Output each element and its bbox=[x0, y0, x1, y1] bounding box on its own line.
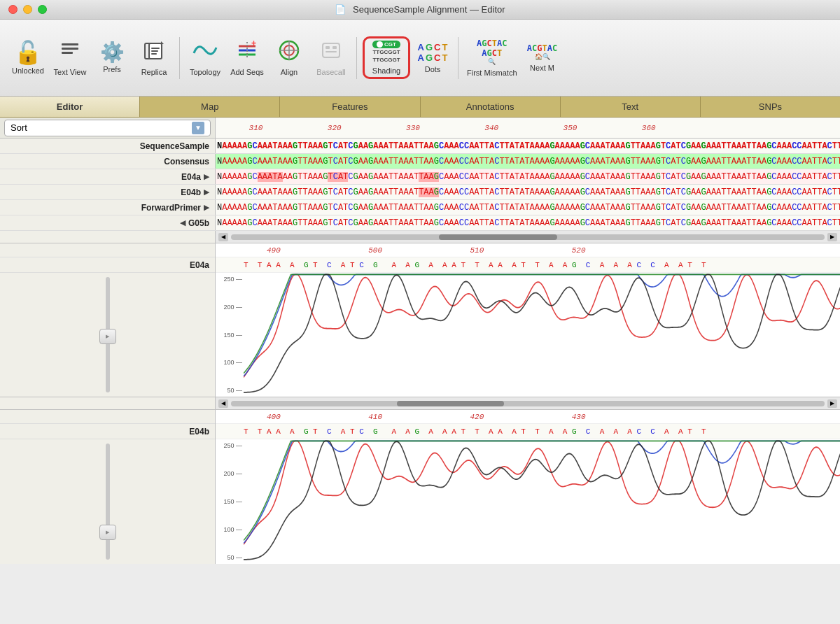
tab-map[interactable]: Map bbox=[140, 97, 280, 117]
e04b-row: E04b ▶ NAAAAAGCAAATAAAGTTAAAGTCATCGAAGAA… bbox=[0, 185, 840, 200]
vslider2-thumb[interactable]: ▶ bbox=[99, 525, 116, 540]
consensus-seq: NAAAAAGCAAATAAAGTTAAAGTCATCGAAGAAATTAAAT… bbox=[216, 154, 840, 169]
dots-button[interactable]: A G C T A G C T Dots bbox=[413, 38, 452, 78]
hscroll-track-1 bbox=[231, 234, 825, 240]
y-label-200-2: 200 — bbox=[216, 470, 242, 477]
sequence-sample-row: SequenceSample NAAAAAGCAAATAAAGTTAAAGTCA… bbox=[0, 139, 840, 154]
topology-icon bbox=[192, 39, 218, 65]
topology-button[interactable]: Topology bbox=[186, 35, 225, 80]
y-label-50-1: 50 — bbox=[216, 387, 242, 394]
tab-annotations[interactable]: Annotations bbox=[421, 97, 561, 117]
position-ruler-top: 310 320 330 340 350 360 bbox=[216, 124, 656, 132]
g05b-arrow-left-icon[interactable]: ◀ bbox=[180, 218, 186, 227]
e04b-label: E04b bbox=[181, 187, 201, 197]
vslider1-thumb[interactable]: ▶ bbox=[99, 329, 116, 344]
maximize-button[interactable] bbox=[38, 5, 47, 14]
tab-editor[interactable]: Editor bbox=[0, 97, 140, 117]
tab-features[interactable]: Features bbox=[280, 97, 420, 117]
wave1-nt-seq: T T A A A G T C A T C G A A G A A A T T … bbox=[244, 261, 706, 269]
unlock-icon: 🔓 bbox=[14, 41, 42, 64]
next-button[interactable]: ACGTAC 🏠🔍 Next M bbox=[523, 39, 562, 76]
e04b-arrow-icon[interactable]: ▶ bbox=[204, 187, 209, 197]
g05b-seq: NAAAAAGCAAATAAAGTTAAAGTCATCGAAGAAATTAAAT… bbox=[216, 215, 840, 230]
hscroll2-left-arrow[interactable]: ◀ bbox=[218, 399, 228, 408]
svg-rect-21 bbox=[326, 51, 337, 52]
align-icon bbox=[278, 39, 300, 65]
prefs-button[interactable]: ⚙️ Prefs bbox=[92, 38, 132, 78]
svg-rect-5 bbox=[151, 48, 160, 49]
hscroll-left-arrow[interactable]: ◀ bbox=[218, 233, 228, 241]
prefs-icon: ⚙️ bbox=[100, 43, 125, 62]
tabs-bar: Editor Map Features Annotations Text SNP… bbox=[0, 97, 840, 118]
add-seqs-button[interactable]: + Add Seqs bbox=[227, 35, 267, 80]
e04b-seq: NAAAAAGCAAATAAAGTTAAAGTCATCGAAGAAATTAAAT… bbox=[216, 185, 840, 199]
close-button[interactable] bbox=[8, 5, 18, 14]
svg-rect-0 bbox=[62, 43, 78, 45]
chromatogram2-svg bbox=[244, 439, 840, 564]
hscroll-thumb-2[interactable] bbox=[397, 401, 504, 406]
basecall-label: Basecall bbox=[316, 68, 346, 76]
wave2-nt-seq: T T A A A G T C A T C G A A G A A A T T … bbox=[244, 427, 706, 436]
first-mismatch-label: First Mismatch bbox=[467, 69, 517, 77]
svg-rect-20 bbox=[332, 46, 337, 49]
unlocked-button[interactable]: 🔓 Unlocked bbox=[8, 37, 48, 79]
basecall-button[interactable]: Basecall bbox=[312, 35, 351, 80]
consensus-row: Consensus NAAAAAGCAAATAAAGTTAAAGTCATCGAA… bbox=[0, 154, 840, 169]
wave1-label: E04a bbox=[190, 260, 209, 270]
hscroll-right-arrow[interactable]: ▶ bbox=[827, 233, 837, 241]
separator-3 bbox=[458, 37, 458, 79]
replica-button[interactable]: Replica bbox=[134, 36, 174, 80]
unlocked-label: Unlocked bbox=[12, 66, 44, 75]
y-label-150-1: 150 — bbox=[216, 332, 242, 339]
hscroll-track-2 bbox=[231, 401, 825, 406]
forward-primer-seq: NAAAAAGCAAATAAAGTTAAAGTCATCGAAGAAATTAAAT… bbox=[216, 200, 840, 215]
forward-primer-arrow-icon[interactable]: ▶ bbox=[204, 203, 209, 212]
hscroll-1[interactable]: ◀ ▶ bbox=[0, 231, 840, 243]
y-label-100-2: 100 — bbox=[216, 526, 242, 533]
e04a-label: E04a bbox=[181, 172, 201, 182]
tab-text[interactable]: Text bbox=[561, 97, 701, 117]
sequence-sample-seq: NAAAAAGCAAATAAAGTTAAAGTCATCGAAGAAATTAAAT… bbox=[216, 139, 840, 153]
svg-rect-7 bbox=[151, 53, 157, 55]
separator-2 bbox=[356, 37, 357, 79]
hscroll-thumb-1[interactable] bbox=[439, 234, 558, 240]
hscroll2-right-arrow[interactable]: ▶ bbox=[827, 399, 837, 408]
replica-label: Replica bbox=[141, 68, 167, 76]
align-button[interactable]: Align bbox=[270, 35, 309, 80]
forward-primer-row: ForwardPrimer ▶ NAAAAAGCAAATAAAGTTAAAGTC… bbox=[0, 200, 840, 215]
topology-label: Topology bbox=[190, 68, 220, 76]
tab-snps[interactable]: SNPs bbox=[701, 97, 840, 117]
sort-label: Sort bbox=[10, 122, 192, 133]
svg-rect-2 bbox=[62, 52, 73, 54]
consensus-label: Consensus bbox=[164, 157, 209, 166]
separator-1 bbox=[179, 37, 180, 79]
minimize-button[interactable] bbox=[23, 5, 32, 14]
first-mismatch-button[interactable]: AGCTAC AGCT 🔍 First Mismatch bbox=[464, 34, 520, 82]
next-icon: ACGTAC 🏠🔍 bbox=[527, 43, 557, 61]
wave-section-2: E04b ▶ 400 bbox=[0, 410, 840, 564]
main-content: Sort ▼ 310 320 330 340 350 360 bbox=[0, 118, 840, 624]
hscroll-2[interactable]: ◀ ▶ bbox=[0, 397, 840, 410]
next-label: Next M bbox=[530, 64, 554, 72]
svg-rect-19 bbox=[326, 46, 330, 49]
shading-icon: CGT TTGCGGT TTGCGGT bbox=[372, 41, 400, 64]
e04a-arrow-icon[interactable]: ▶ bbox=[204, 172, 209, 181]
sequence-sample-label: SequenceSample bbox=[140, 141, 209, 151]
text-view-button[interactable]: Text View bbox=[50, 36, 90, 80]
dots-label: Dots bbox=[425, 65, 441, 73]
add-seqs-label: Add Seqs bbox=[230, 68, 264, 76]
text-view-icon bbox=[59, 40, 81, 65]
title-bar: 📄 SequenceSample Alignment — Editor bbox=[0, 0, 840, 20]
basecall-icon bbox=[320, 39, 342, 65]
shading-button[interactable]: CGT TTGCGGT TTGCGGT Shading bbox=[363, 36, 410, 79]
toolbar: 🔓 Unlocked Text View ⚙️ Prefs Replica bbox=[0, 20, 840, 97]
sort-bar: Sort ▼ bbox=[0, 118, 216, 139]
title-icon: 📄 bbox=[335, 4, 346, 15]
wave2-label: E04b bbox=[189, 427, 209, 437]
sort-dropdown[interactable]: Sort ▼ bbox=[4, 120, 211, 136]
prefs-label: Prefs bbox=[103, 65, 121, 73]
svg-rect-1 bbox=[62, 48, 78, 50]
shading-label: Shading bbox=[372, 66, 400, 75]
align-label: Align bbox=[281, 68, 298, 76]
wave2-chromatogram: 250 — 200 — 150 — 100 — 50 — bbox=[216, 439, 840, 564]
